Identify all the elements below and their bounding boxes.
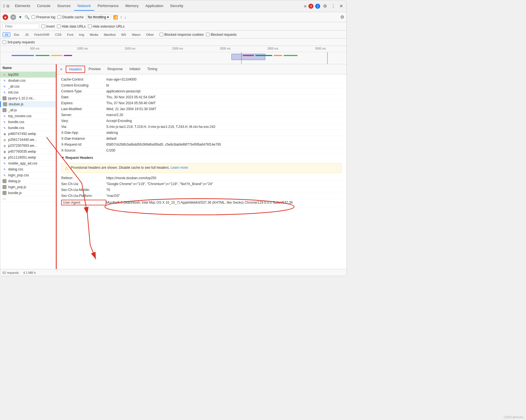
header-cache-control: Cache-Control: max-age=31104000 — [61, 77, 342, 83]
file-item-init-css[interactable]: ✎ init.css — [0, 90, 56, 95]
file-item-bundle-css-2[interactable]: ✎ bundle.css — [0, 125, 56, 131]
file-icon-css: ✎ — [3, 90, 6, 94]
file-item-top250[interactable]: ≡ top250 — [0, 72, 56, 78]
tab-security[interactable]: Security — [167, 1, 187, 11]
timeline-area[interactable]: 500 ms 1000 ms 1500 ms 2000 ms 2500 ms 3… — [0, 46, 346, 64]
blocked-cookies-checkbox[interactable] — [160, 33, 163, 36]
tab-sources[interactable]: Sources — [54, 1, 74, 11]
ruler-mark-2000: 2000 ms — [154, 47, 202, 52]
blocked-cookies-label[interactable]: Blocked response cookies — [160, 33, 204, 37]
file-item-login-pop-css[interactable]: ✎ login_pop.css — [0, 172, 56, 178]
third-party-label[interactable]: 3rd-party requests — [3, 40, 35, 44]
header-x-request-id: X-Request-Id: 65857cb2fdfc0a6bdd5fc069d6… — [61, 142, 342, 148]
invert-label[interactable]: Invert — [41, 25, 55, 28]
throttle-selector[interactable]: No throttling ▾ — [86, 14, 111, 20]
file-item-p2561716440[interactable]: ▣ p2561716440.we... — [0, 137, 56, 143]
tab-headers[interactable]: Headers — [66, 66, 85, 73]
file-icon-img: ▣ — [3, 144, 6, 148]
hide-data-urls-checkbox[interactable] — [57, 25, 61, 28]
type-btn-wasm[interactable]: Wasm — [130, 32, 143, 37]
file-item-all-js[interactable]: ⬡ _all.js — [0, 107, 56, 113]
tab-elements[interactable]: Elements — [12, 1, 34, 11]
header-sec-ch-ua-platform: Sec-Ch-Ua-Platform: "macOS" — [61, 193, 342, 199]
file-name: bundle.js — [8, 191, 22, 195]
type-btn-img[interactable]: Img — [77, 32, 86, 37]
type-btn-manifest[interactable]: Manifest — [101, 32, 118, 37]
tab-performance[interactable]: Performance — [94, 1, 122, 11]
settings-icon[interactable]: ⚙ — [322, 2, 328, 10]
type-btn-css[interactable]: CSS — [53, 32, 64, 37]
tab-network[interactable]: Network — [74, 1, 94, 11]
file-item-mobile-app-ad-css[interactable]: ✎ mobile_app_ad.css — [0, 161, 56, 166]
tab-initiator[interactable]: Initiator — [126, 65, 144, 73]
type-btn-other[interactable]: Other — [144, 32, 156, 37]
header-name: Cache-Control: — [61, 77, 106, 81]
tab-application[interactable]: Application — [142, 1, 167, 11]
clear-button[interactable]: ⊘ — [10, 14, 16, 20]
warning-text: Provisional headers are shown. Disable c… — [71, 166, 188, 170]
header-content-type: Content-Type: application/x-javascript — [61, 88, 342, 94]
third-party-checkbox[interactable] — [3, 40, 6, 44]
close-devtools-icon[interactable]: ✕ — [338, 2, 344, 10]
network-settings-icon[interactable]: ⚙ — [340, 14, 344, 20]
type-btn-fetch-xhr[interactable]: Fetch/XHR — [32, 32, 52, 37]
disable-cache-checkbox[interactable] — [58, 15, 61, 19]
error-badge[interactable]: 4 — [308, 4, 313, 9]
timeline-bar-right-1 — [243, 55, 254, 56]
file-icon-js: ⬡ — [3, 96, 6, 100]
type-btn-font[interactable]: Font — [65, 32, 76, 37]
file-item-all-css[interactable]: ✎ _all.css — [0, 84, 56, 90]
blocked-requests-label[interactable]: Blocked requests — [206, 33, 237, 37]
blocked-requests-checkbox[interactable] — [206, 33, 209, 36]
file-item-p480747492[interactable]: ▣ p480747492.webp — [0, 131, 56, 137]
file-item-dialog-js[interactable]: ⬡ dialog.js — [0, 178, 56, 184]
file-icon-js: ⬡ — [3, 108, 6, 112]
file-item-dialog-css[interactable]: ✎ dialog.css — [0, 166, 56, 172]
header-value: br — [106, 83, 109, 87]
info-badge[interactable]: 2 — [315, 4, 320, 9]
learn-more-link[interactable]: Learn more — [171, 166, 188, 170]
tab-memory[interactable]: Memory — [122, 1, 142, 11]
invert-checkbox[interactable] — [41, 25, 45, 28]
type-btn-js[interactable]: JS — [23, 32, 31, 37]
hide-extension-checkbox[interactable] — [88, 25, 92, 28]
header-vary: Vary: Accept-Encoding — [61, 118, 342, 124]
file-item-p457760035[interactable]: ▣ p457760035.webp — [0, 149, 56, 155]
more-tabs-icon[interactable]: » — [304, 3, 307, 9]
detail-close-button[interactable]: × — [58, 66, 65, 73]
type-btn-doc[interactable]: Doc — [12, 32, 22, 37]
panel-mode-icon[interactable]: ⧉ — [6, 4, 9, 8]
search-button[interactable]: 🔍 — [25, 15, 29, 19]
type-btn-all[interactable]: All — [3, 32, 10, 37]
filter-input[interactable] — [3, 24, 39, 29]
file-item-bundle-js[interactable]: ⬡ bundle.js — [0, 190, 56, 196]
timeline-bars[interactable] — [0, 52, 346, 64]
error-count: 4 — [308, 4, 313, 9]
tab-bar-right: » 4 2 ⚙ ⋮ ✕ — [304, 2, 344, 10]
more-options-icon[interactable]: ⋮ — [330, 2, 337, 10]
file-item-login-pop-js[interactable]: ⬡ login_pop.js — [0, 184, 56, 190]
type-btn-media[interactable]: Media — [87, 32, 100, 37]
disable-cache-label[interactable]: Disable cache — [58, 15, 83, 19]
file-item-p511118051[interactable]: ▣ p511118051.webp — [0, 155, 56, 161]
file-item-bundle-css-1[interactable]: ✎ bundle.css — [0, 119, 56, 125]
tab-preview[interactable]: Preview — [85, 65, 104, 73]
file-item-jquery[interactable]: ⬡ jquery-1.10.2.mi... — [0, 95, 56, 101]
request-headers-title[interactable]: ▼ Request Headers — [61, 154, 342, 161]
hide-data-urls-label[interactable]: Hide data URLs — [57, 25, 86, 28]
file-item-top-movies-css[interactable]: ✎ top_movies.css — [0, 113, 56, 119]
file-item-douban-js[interactable]: ⬡ douban.js — [0, 101, 56, 107]
file-item-douban-css[interactable]: ✎ douban.css — [0, 78, 56, 84]
header-sec-ch-ua: Sec-Ch-Ua: "Google Chrome";v="119", "Chr… — [61, 181, 342, 187]
tab-timing[interactable]: Timing — [144, 65, 161, 73]
hide-extension-label[interactable]: Hide extension URLs — [88, 25, 125, 28]
preserve-log-label[interactable]: Preserve log — [32, 15, 55, 19]
tab-response[interactable]: Response — [104, 65, 126, 73]
file-item-p2372307693[interactable]: ▣ p2372307693.we... — [0, 143, 56, 149]
stop-recording-button[interactable]: ● — [3, 14, 8, 20]
filter-toggle-button[interactable]: ▼ — [18, 15, 22, 19]
preserve-log-checkbox[interactable] — [32, 15, 35, 19]
request-count: 62 requests — [3, 271, 19, 274]
type-btn-ws[interactable]: WS — [119, 32, 129, 37]
tab-console[interactable]: Console — [34, 1, 54, 11]
